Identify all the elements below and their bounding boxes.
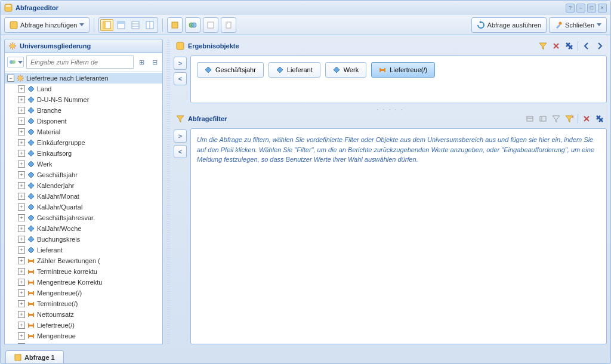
tree-item[interactable]: +Termintreue korrektu [5,266,162,277]
expander-icon[interactable]: + [18,107,25,114]
expander-icon[interactable]: + [18,171,25,178]
tree-item[interactable]: +Werk [5,159,162,169]
tree-item[interactable]: +Disponent [5,116,162,127]
toolbar-action-4[interactable] [221,17,236,33]
expander-icon[interactable]: + [18,193,25,200]
result-chip[interactable]: Werk [325,62,366,78]
view-mode-1[interactable] [100,19,113,31]
expander-icon[interactable]: + [18,311,25,318]
expander-icon[interactable]: + [18,128,25,135]
tree-item-label: Einkaufsorg [37,150,72,157]
remove-from-filters-button[interactable]: < [174,145,187,158]
expander-icon[interactable]: − [7,75,14,82]
filter-quick-icon[interactable] [538,41,548,51]
toolbar-action-3[interactable] [203,17,218,33]
result-chip[interactable]: Geschäftsjahr [197,62,264,78]
filter-tool-prompt[interactable]: ? [564,114,574,124]
filter-delete-icon[interactable] [582,114,591,124]
svg-rect-30 [33,280,34,285]
expander-icon[interactable]: + [18,300,25,307]
expander-icon[interactable]: + [18,225,25,232]
nav-next-icon[interactable] [595,41,604,51]
tree-item[interactable]: +Geschäftsjahresvar. [5,212,162,223]
expander-icon[interactable]: + [18,203,25,211]
remove-from-results-button[interactable]: < [174,72,187,85]
tree-item[interactable]: +Buchungskreis [5,234,162,245]
expander-icon[interactable]: + [18,139,25,146]
tree-item[interactable]: +Einkäufergruppe [5,137,162,148]
run-query-button[interactable]: Abfrage ausführen [471,17,547,33]
filter-delete-all-icon[interactable] [595,114,604,124]
tree-item[interactable]: +Zähler Bewertungen ( [5,255,162,266]
perspective-dropdown[interactable] [7,57,24,67]
expander-icon[interactable]: + [18,118,25,125]
filter-tool-1[interactable] [525,114,535,124]
delete-icon[interactable] [551,41,561,51]
view-mode-4[interactable] [143,19,156,31]
tree-item[interactable]: +KalJahr/Monat [5,191,162,202]
result-chip[interactable]: Lieferant [269,62,320,78]
tree-item[interactable]: +KalJahr/Quartal [5,202,162,212]
expander-icon[interactable]: + [18,268,25,275]
expander-icon[interactable]: + [18,246,25,254]
expander-icon[interactable]: + [18,343,25,344]
expander-icon[interactable]: + [18,289,25,297]
filter-input[interactable] [26,55,134,69]
view-mode-3[interactable] [129,19,142,31]
tree-item[interactable]: +Einkaufsorg [5,148,162,159]
close-button[interactable]: × [598,4,607,13]
filter-tool-funnel[interactable] [551,114,561,124]
expander-icon[interactable]: + [18,236,25,243]
tree-item[interactable]: +Geschäftsjahr [5,169,162,180]
tree-item[interactable]: +Mengentreue Korrektu [5,277,162,288]
filter-tool-2[interactable] [538,114,548,124]
tree-item[interactable]: +Mengentreue(/) [5,288,162,298]
expander-icon[interactable]: + [18,150,25,157]
expander-icon[interactable]: + [18,279,25,286]
expander-icon[interactable]: + [18,161,25,168]
help-button[interactable]: ? [566,4,575,13]
add-to-filters-button[interactable]: > [174,129,187,143]
expander-icon[interactable]: + [18,182,25,189]
tree-item[interactable]: +D-U-N-S Nummer [5,94,162,105]
result-chip[interactable]: Liefertreue(/) [371,62,435,78]
tree-root[interactable]: −Liefertreue nach Lieferanten [5,73,162,84]
expander-icon[interactable]: + [18,322,25,329]
expander-icon[interactable]: + [18,96,25,103]
query-tab-1[interactable]: Abfrage 1 [5,350,64,363]
tree-item[interactable]: +Liefertreue(/) [5,320,162,331]
add-to-results-button[interactable]: > [174,57,187,70]
tree-item[interactable]: +KalJahr/Woche [5,223,162,234]
tree-item[interactable]: +Termintreue(/) [5,298,162,309]
expander-icon[interactable]: + [18,332,25,340]
tree-item[interactable]: +Branche [5,105,162,116]
view-mode-2[interactable] [115,19,128,31]
horizontal-splitter[interactable]: · · · · · [174,106,607,109]
collapse-all-icon[interactable]: ⊟ [149,57,160,67]
expander-icon[interactable]: + [18,257,25,264]
toolbar-action-1[interactable] [167,17,183,33]
tree-item[interactable]: +Material [5,127,162,137]
expander-icon[interactable]: + [18,85,25,92]
tree-item[interactable]: +Lieferant [5,245,162,255]
tree-item[interactable]: +Termintreue [5,341,162,344]
funnel-icon [176,115,184,123]
result-objects-box[interactable]: GeschäftsjahrLieferantWerkLiefertreue(/) [190,55,607,103]
nav-prev-icon[interactable] [582,41,591,51]
add-query-button[interactable]: Abfrage hinzufügen [4,17,90,33]
maximize-button[interactable]: □ [587,4,596,13]
minimize-button[interactable]: – [576,4,585,13]
vertical-splitter[interactable] [166,39,170,344]
toolbar-action-2[interactable] [185,17,200,33]
universe-tree[interactable]: −Liefertreue nach Lieferanten+Land+D-U-N… [5,72,162,344]
expander-icon[interactable]: + [18,214,25,221]
results-title: Ergebnisobjekte [188,42,239,50]
tree-item[interactable]: +Nettoumsatz [5,309,162,320]
tree-item[interactable]: +Mengentreue [5,331,162,341]
query-filters-box[interactable]: Um die Abfrage zu filtern, wählen Sie vo… [190,128,607,344]
expand-all-icon[interactable]: ⊞ [136,57,147,67]
tree-item[interactable]: +Kalenderjahr [5,180,162,191]
delete-all-icon[interactable] [564,41,574,51]
tree-item[interactable]: +Land [5,84,162,94]
close-panel-button[interactable]: Schließen [549,17,607,33]
